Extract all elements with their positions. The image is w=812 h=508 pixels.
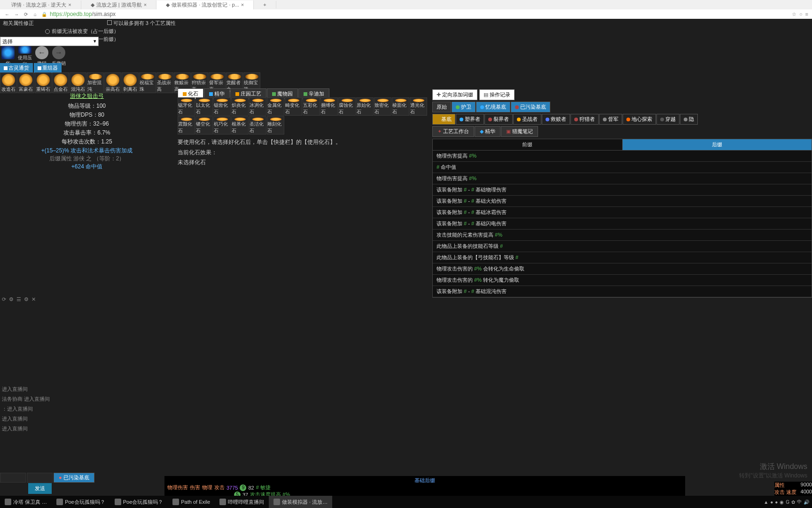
fossil-slot[interactable]: 机巧化石: [213, 116, 231, 135]
tab-currency[interactable]: 古灵通货: [0, 63, 33, 73]
header-suffix[interactable]: 后缀: [623, 139, 812, 150]
system-tray[interactable]: ▲●●◉G✿中🔊: [764, 499, 812, 505]
fossil-slot[interactable]: 圣洁化石: [249, 116, 266, 135]
gem-icon: [183, 92, 187, 96]
help-text: 当前化石效果：: [178, 148, 341, 158]
mod-row[interactable]: 物理伤害提高 #%: [433, 151, 812, 162]
fossil-slot[interactable]: 锯牙化石: [178, 97, 195, 116]
forward-button[interactable]: →: [13, 11, 20, 17]
taskbar-item[interactable]: 冷塔 保卫真 …: [0, 496, 52, 508]
browser-tab[interactable]: ◆流放之源 | 游戏导航×: [81, 0, 156, 9]
option-label: 相关属性修正: [3, 20, 34, 27]
header-prefix[interactable]: 前缀: [433, 139, 623, 150]
dot-icon: [480, 105, 484, 109]
fossil-slot[interactable]: 原始化石: [356, 97, 374, 116]
fossil-slot[interactable]: 镂空化石: [195, 116, 213, 135]
mod-row[interactable]: 物理伤害提高 #%: [433, 173, 812, 184]
tab-synth[interactable]: 忆境基底: [476, 102, 510, 112]
help-text: 要使用化石，请选择好化石后，单击【快捷栏】的【使用化石】。: [178, 137, 341, 148]
fossil-slot[interactable]: 捆缚化石: [320, 97, 338, 116]
checkbox[interactable]: [107, 20, 112, 25]
fossil-slot[interactable]: 畸变化石: [285, 97, 302, 116]
fossil-slot[interactable]: 震颤化石: [178, 116, 195, 135]
radio[interactable]: [45, 29, 50, 34]
fossil-slot[interactable]: 致密化石: [374, 97, 391, 116]
taskbar-item[interactable]: Poe会玩孤狼吗？: [110, 496, 168, 508]
home-button[interactable]: ⌂: [32, 11, 39, 17]
browser-tab[interactable]: ◆做装模拟器 · 流放创世记 · p...×: [156, 0, 254, 9]
list-icon: ▤: [484, 92, 488, 98]
fossil-slot[interactable]: 透光化石: [410, 97, 427, 116]
reload-button[interactable]: ⟳: [23, 11, 29, 17]
mod-row[interactable]: 此物品上装备的技能石等级 #: [433, 241, 812, 252]
back-button[interactable]: ←: [4, 11, 10, 17]
fossil-slot[interactable]: 冰冽化石: [249, 97, 266, 116]
fossil-slot[interactable]: 根基化石: [231, 116, 249, 135]
faction-tab[interactable]: 地心探索: [623, 114, 656, 125]
faction-tab[interactable]: 圣战者: [513, 114, 541, 125]
dot-icon: [456, 105, 460, 109]
close-icon[interactable]: ×: [68, 2, 71, 8]
mod-row[interactable]: # 命中值: [433, 162, 812, 173]
mod-row[interactable]: 该装备附加 # - # 基础冰霜伤害: [433, 207, 812, 218]
chat-icon[interactable]: ⟳: [2, 296, 6, 302]
chat-tab-corrupt[interactable]: ● 已污染基底: [54, 473, 94, 483]
faction-tab[interactable]: 督军: [599, 114, 622, 125]
tab-original[interactable]: 原始: [432, 102, 451, 112]
menu-icon[interactable]: ≡: [805, 11, 808, 17]
mod-row[interactable]: 此物品上装备的【弓技能石】等级 #: [433, 252, 812, 263]
chat-tab[interactable]: [0, 473, 26, 483]
fossil-slot[interactable]: 雕刻化石: [267, 116, 284, 135]
mod-row[interactable]: 物理攻击伤害的 #% 转化为魔力偷取: [433, 275, 812, 286]
tab-recombinator[interactable]: 重组器: [34, 63, 62, 73]
square-icon: [38, 66, 41, 70]
gem-icon: [304, 92, 307, 96]
new-tab-button[interactable]: +: [254, 1, 276, 8]
base-select[interactable]: 选择▾: [0, 37, 99, 46]
sub-essence[interactable]: ◆精华: [475, 126, 500, 137]
mod-row[interactable]: 物理攻击伤害的 #% 会转化为生命偷取: [433, 263, 812, 275]
faction-tab[interactable]: 裂界者: [484, 114, 513, 125]
tab-corrupt[interactable]: 已污染基底: [511, 102, 550, 112]
send-button[interactable]: 发送: [28, 483, 52, 494]
faction-tab[interactable]: 隐: [680, 114, 698, 125]
close-icon[interactable]: ×: [144, 2, 147, 8]
fossil-slot[interactable]: 棱面化石: [392, 97, 409, 116]
mod-row[interactable]: 该装备附加 # - # 基础混沌伤害: [433, 286, 812, 297]
chat-icon[interactable]: ☰: [16, 296, 21, 302]
circle-icon[interactable]: ○: [799, 11, 803, 17]
close-icon[interactable]: ×: [241, 2, 244, 8]
fossil-slot[interactable]: 腐蚀化石: [338, 97, 356, 116]
fossil-slot[interactable]: 以太化石: [195, 97, 213, 116]
fossil-slot[interactable]: 五彩化石: [303, 97, 320, 116]
taskbar-item[interactable]: 做装模拟器 · 流放…: [269, 496, 332, 508]
log-button[interactable]: ▤操作记录: [479, 89, 515, 100]
item-name: 游侠之狙击弓: [4, 92, 170, 100]
mod-row[interactable]: 该装备附加 # - # 基础火焰伤害: [433, 196, 812, 207]
chat-icon[interactable]: ⚙: [24, 296, 29, 302]
add-mod-button[interactable]: ✚定向添加词缀: [432, 89, 477, 100]
faction-tab[interactable]: 狩猎者: [570, 114, 599, 125]
chat-icon[interactable]: ⚙: [9, 296, 14, 302]
star-icon[interactable]: ☆: [792, 11, 796, 17]
chat-tab[interactable]: [27, 473, 53, 483]
sub-bench[interactable]: ✦工艺工作台: [432, 126, 474, 137]
url-bar[interactable]: https://poedb.top/sim.aspx: [50, 11, 116, 17]
taskbar-item[interactable]: 哔哩哔哩直播间: [215, 496, 269, 508]
fossil-slot[interactable]: 金属化石: [267, 97, 284, 116]
fossil-slot[interactable]: 炽炎化石: [231, 97, 249, 116]
faction-tab[interactable]: 穿越: [656, 114, 679, 125]
browser-tab[interactable]: 详情 · 流放之源 · 逆天大×: [2, 0, 81, 9]
sub-beast[interactable]: ▣猎魔笔记: [501, 126, 538, 137]
taskbar-item[interactable]: Path of Exile: [168, 496, 215, 508]
mod-row[interactable]: 该装备附加 # - # 基础物理伤害: [433, 184, 812, 196]
faction-tab[interactable]: 救赎者: [542, 114, 570, 125]
mod-row[interactable]: 该装备附加 # - # 基础闪电伤害: [433, 218, 812, 230]
faction-tab[interactable]: 塑界者: [456, 114, 484, 125]
tab-warden[interactable]: 护卫: [452, 102, 476, 112]
mod-row[interactable]: 攻击技能的元素伤害提高 #%: [433, 230, 812, 241]
close-icon[interactable]: ✕: [31, 296, 36, 302]
taskbar-item[interactable]: Poe会玩孤狼吗？: [52, 496, 110, 508]
fossil-slot[interactable]: 锯齿化石: [213, 97, 231, 116]
faction-tab[interactable]: 基底: [432, 114, 455, 125]
